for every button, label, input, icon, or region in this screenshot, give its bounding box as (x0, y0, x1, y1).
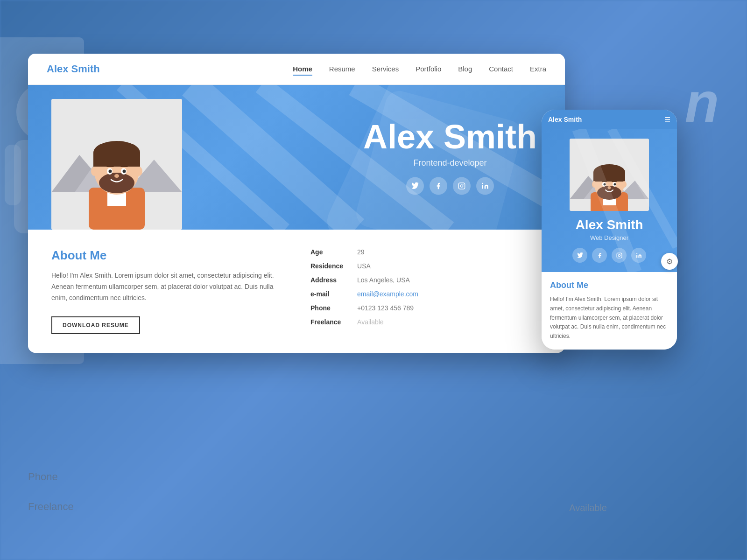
logo[interactable]: Alex Smith (47, 63, 100, 75)
label-age: Age (310, 248, 343, 256)
social-icons (363, 177, 537, 195)
logo-first: Alex (47, 63, 68, 75)
nav-link-portfolio: Portfolio (416, 65, 441, 73)
svg-point-26 (136, 167, 142, 176)
label-phone: Phone (310, 304, 343, 312)
linkedin-icon[interactable] (476, 177, 494, 195)
value-address: Los Angeles, USA (357, 276, 542, 284)
about-text: Hello! I'm Alex Smith. Lorem ipsum dolor… (51, 270, 282, 303)
mobile-about-text: Hello! I'm Alex Smith. Lorem ipsum dolor… (550, 295, 669, 341)
about-title-first: About (51, 248, 86, 262)
svg-point-54 (620, 253, 620, 254)
mobile-linkedin-icon[interactable] (631, 248, 646, 263)
svg-rect-52 (617, 253, 622, 258)
nav-link-home: Home (293, 65, 312, 76)
about-left: About Me Hello! I'm Alex Smith. Lorem ip… (51, 248, 282, 334)
value-phone: +0123 123 456 789 (357, 304, 542, 312)
svg-rect-22 (106, 166, 114, 167)
nav-item-resume[interactable]: Resume (329, 65, 355, 73)
mobile-social-icons (550, 248, 669, 263)
about-right: Age 29 Residence USA Address Los Angeles… (310, 248, 542, 334)
nav-link-resume: Resume (329, 65, 355, 73)
hero-section: Alex Smith Frontend-developer (28, 85, 565, 230)
logo-second: Smith (71, 63, 100, 75)
svg-point-55 (636, 253, 637, 254)
facebook-icon[interactable] (430, 177, 447, 195)
gear-icon: ⚙ (666, 257, 673, 266)
label-residence: Residence (310, 262, 343, 270)
about-title-second: Me (90, 248, 106, 262)
nav-link-blog: Blog (458, 65, 472, 73)
nav-item-blog[interactable]: Blog (458, 65, 472, 73)
download-resume-button[interactable]: DOWNLOAD RESUME (51, 316, 140, 334)
twitter-icon[interactable] (406, 177, 424, 195)
value-age: 29 (357, 248, 542, 256)
nav-item-extra[interactable]: Extra (530, 65, 546, 73)
svg-rect-2 (5, 145, 21, 205)
mobile-about-title: About Me (550, 280, 669, 290)
nav-item-portfolio[interactable]: Portfolio (416, 65, 441, 73)
mobile-about-second: Me (577, 280, 588, 290)
avatar-svg (51, 99, 182, 230)
value-freelance: Available (357, 318, 542, 326)
svg-point-25 (91, 167, 98, 176)
hero-name: Alex Smith (363, 120, 537, 154)
svg-rect-27 (458, 183, 465, 189)
mobile-instagram-icon[interactable] (612, 248, 627, 263)
mobile-name: Alex Smith (550, 217, 669, 232)
nav-header: Alex Smith Home Resume Services Portfoli… (28, 54, 565, 85)
mobile-header-bar: Alex Smith ≡ (542, 110, 677, 129)
about-title: About Me (51, 248, 282, 263)
hero-job-title: Frontend-developer (363, 158, 537, 168)
nav-item-home[interactable]: Home (293, 65, 312, 73)
nav-link-extra: Extra (530, 65, 546, 73)
instagram-icon[interactable] (453, 177, 471, 195)
mobile-menu-icon[interactable]: ≡ (664, 113, 670, 126)
gear-button[interactable]: ⚙ (661, 253, 678, 270)
label-address: Address (310, 276, 343, 284)
mobile-header-title: Alex Smith (548, 116, 582, 123)
background-available: Available (569, 503, 607, 513)
svg-point-29 (463, 184, 464, 184)
svg-line-4 (191, 85, 355, 230)
background-bottom-text: Phone Freelance (28, 469, 74, 513)
value-residence: USA (357, 262, 542, 270)
nav-item-contact[interactable]: Contact (489, 65, 513, 73)
value-email[interactable]: email@example.com (357, 290, 542, 298)
svg-point-20 (109, 170, 112, 173)
desktop-card: Alex Smith Home Resume Services Portfoli… (28, 54, 565, 353)
mobile-about-first: About (550, 280, 574, 290)
svg-point-28 (460, 185, 463, 187)
svg-point-24 (114, 174, 119, 178)
nav-link-services: Services (372, 65, 399, 73)
mobile-hero: Alex Smith Web Designer (542, 129, 677, 272)
mobile-about: About Me Hello! I'm Alex Smith. Lorem ip… (542, 272, 677, 350)
nav-item-services[interactable]: Services (372, 65, 399, 73)
mobile-card: Alex Smith ≡ (542, 110, 677, 350)
svg-point-21 (123, 170, 126, 173)
nav-links: Home Resume Services Portfolio Blog Cont… (293, 65, 546, 73)
svg-point-30 (482, 183, 483, 184)
svg-rect-16 (93, 153, 140, 167)
about-section: About Me Hello! I'm Alex Smith. Lorem ip… (28, 230, 565, 353)
hero-avatar (51, 99, 182, 230)
mobile-facebook-icon[interactable] (592, 248, 607, 263)
nav-link-contact: Contact (489, 65, 513, 73)
label-freelance: Freelance (310, 318, 343, 326)
background-letter: n (685, 70, 719, 134)
svg-point-53 (618, 254, 620, 256)
hero-text: Alex Smith Frontend-developer (363, 120, 537, 195)
svg-rect-23 (120, 166, 128, 167)
mobile-subtitle: Web Designer (550, 234, 669, 241)
mobile-twitter-icon[interactable] (572, 248, 587, 263)
label-email: e-mail (310, 290, 343, 298)
